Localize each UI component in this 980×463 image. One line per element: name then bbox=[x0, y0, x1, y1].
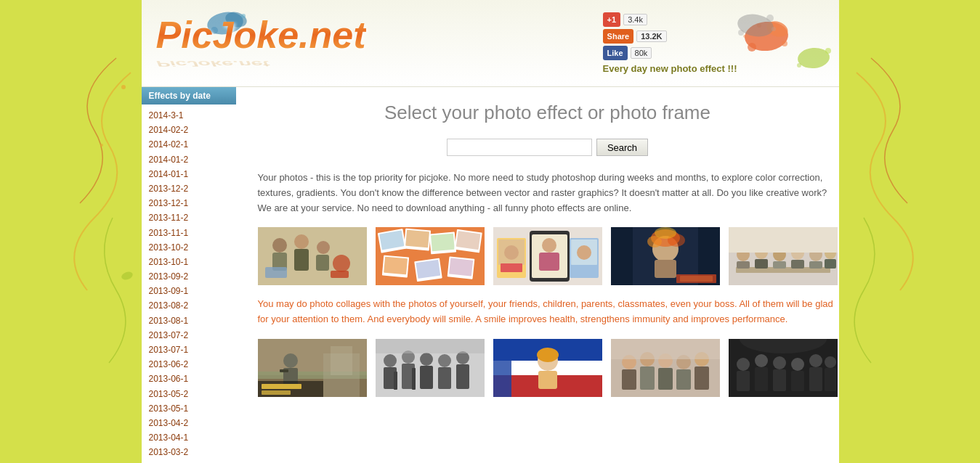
sidebar-link[interactable]: 2013-04-1 bbox=[149, 431, 229, 445]
svg-rect-50 bbox=[539, 253, 559, 271]
svg-rect-109 bbox=[376, 339, 485, 353]
social-buttons: +1 3.4k Share 13.2K Like 80k bbox=[603, 12, 667, 60]
svg-rect-80 bbox=[809, 261, 822, 269]
sidebar-link[interactable]: 2013-05-1 bbox=[149, 402, 229, 416]
sidebar-link[interactable]: 2014-01-2 bbox=[149, 153, 229, 167]
photo-thumb[interactable] bbox=[611, 339, 720, 397]
sidebar-link[interactable]: 2013-09-2 bbox=[149, 270, 229, 284]
svg-rect-108 bbox=[412, 368, 416, 390]
sidebar-link[interactable]: 2013-11-1 bbox=[149, 226, 229, 240]
page-wrapper: PicJoke.net PicJoke.net +1 3.4k Share 13… bbox=[0, 0, 980, 463]
svg-point-24 bbox=[294, 234, 309, 249]
svg-rect-82 bbox=[825, 259, 836, 269]
sidebar-link[interactable]: 2013-10-2 bbox=[149, 241, 229, 255]
gray-splatter bbox=[730, 7, 781, 44]
photo-thumb[interactable] bbox=[493, 227, 602, 285]
svg-rect-91 bbox=[262, 384, 301, 389]
svg-rect-140 bbox=[791, 371, 804, 391]
svg-rect-117 bbox=[538, 371, 557, 389]
sidebar-link[interactable]: 2013-07-2 bbox=[149, 329, 229, 343]
logo-text: PicJoke.net bbox=[156, 16, 366, 54]
svg-rect-37 bbox=[431, 234, 455, 252]
like-count: 80k bbox=[631, 47, 652, 59]
sidebar-link[interactable]: 2013-11-2 bbox=[149, 211, 229, 225]
sidebar-link[interactable]: 2013-06-2 bbox=[149, 358, 229, 372]
svg-rect-130 bbox=[611, 339, 720, 359]
sidebar-link[interactable]: 2014-3-1 bbox=[149, 109, 229, 123]
svg-rect-43 bbox=[416, 260, 440, 279]
sidebar-link[interactable]: 2013-12-2 bbox=[149, 182, 229, 196]
svg-point-141 bbox=[809, 354, 822, 367]
svg-rect-41 bbox=[384, 257, 408, 275]
svg-rect-138 bbox=[773, 369, 786, 391]
photo-thumb[interactable] bbox=[611, 227, 720, 285]
svg-point-133 bbox=[737, 358, 750, 371]
sidebar-link[interactable]: 2014-02-2 bbox=[149, 123, 229, 137]
svg-point-29 bbox=[333, 255, 350, 272]
svg-point-19 bbox=[797, 63, 801, 67]
svg-point-0 bbox=[121, 85, 126, 89]
description-text-2: You may do photo collages with the photo… bbox=[258, 297, 838, 327]
svg-rect-104 bbox=[438, 367, 451, 389]
sidebar-link[interactable]: 2013-05-2 bbox=[149, 388, 229, 401]
share-button[interactable]: Share bbox=[603, 29, 634, 44]
share-count: 13.2K bbox=[636, 30, 666, 42]
svg-point-10 bbox=[782, 41, 787, 46]
photo-thumb[interactable] bbox=[729, 339, 838, 397]
svg-point-15 bbox=[738, 30, 744, 36]
header: PicJoke.net PicJoke.net +1 3.4k Share 13… bbox=[142, 0, 839, 87]
svg-rect-45 bbox=[449, 258, 473, 276]
google-count: 3.4k bbox=[623, 14, 647, 25]
page-title: Select your photo effect or photo frame bbox=[258, 102, 838, 124]
svg-rect-60 bbox=[655, 260, 676, 278]
google-plus-button[interactable]: +1 bbox=[603, 12, 621, 27]
sidebar-link[interactable]: 2014-02-1 bbox=[149, 138, 229, 152]
svg-rect-25 bbox=[294, 249, 309, 271]
svg-point-26 bbox=[317, 241, 330, 254]
photo-thumb[interactable] bbox=[493, 339, 602, 397]
photo-thumb[interactable] bbox=[376, 339, 485, 397]
sidebar-header: Effects by date bbox=[142, 87, 236, 105]
main-content: Select your photo effect or photo frame … bbox=[236, 87, 859, 463]
svg-rect-83 bbox=[729, 227, 838, 253]
photo-grid-row1 bbox=[258, 227, 838, 285]
svg-point-53 bbox=[504, 245, 519, 260]
svg-rect-30 bbox=[331, 271, 349, 278]
svg-point-118 bbox=[537, 348, 559, 362]
like-button[interactable]: Like bbox=[603, 46, 628, 60]
svg-point-16 bbox=[772, 27, 776, 31]
svg-point-9 bbox=[748, 43, 756, 52]
photo-thumb[interactable] bbox=[729, 227, 838, 285]
share-row: Share 13.2K bbox=[603, 29, 667, 44]
sidebar-link[interactable]: 2013-07-1 bbox=[149, 343, 229, 357]
svg-point-97 bbox=[384, 354, 397, 367]
search-input[interactable] bbox=[447, 139, 592, 156]
sidebar-link[interactable]: 2013-10-1 bbox=[149, 255, 229, 269]
svg-point-137 bbox=[773, 356, 786, 369]
sidebar-link[interactable]: 2014-01-1 bbox=[149, 168, 229, 181]
sidebar-link[interactable]: 2013-03-1 bbox=[149, 461, 229, 464]
sidebar-link[interactable]: 2013-03-2 bbox=[149, 446, 229, 459]
svg-point-143 bbox=[825, 356, 836, 368]
sidebar-link[interactable]: 2013-06-1 bbox=[149, 372, 229, 386]
sidebar-link[interactable]: 2013-04-2 bbox=[149, 417, 229, 430]
svg-rect-35 bbox=[405, 230, 429, 248]
svg-rect-92 bbox=[262, 390, 291, 395]
logo-area: PicJoke.net PicJoke.net bbox=[156, 16, 366, 70]
svg-point-64 bbox=[655, 227, 676, 239]
svg-rect-89 bbox=[280, 369, 288, 372]
search-button[interactable]: Search bbox=[596, 139, 648, 156]
sidebar-link[interactable]: 2013-09-1 bbox=[149, 284, 229, 298]
photo-thumb[interactable] bbox=[258, 339, 367, 397]
svg-rect-123 bbox=[640, 366, 655, 390]
photo-thumb[interactable] bbox=[376, 227, 485, 285]
photo-thumb[interactable] bbox=[258, 227, 367, 285]
svg-rect-76 bbox=[773, 261, 786, 269]
sidebar-link[interactable]: 2013-08-2 bbox=[149, 299, 229, 313]
sidebar-link[interactable]: 2013-12-1 bbox=[149, 197, 229, 210]
svg-rect-74 bbox=[755, 259, 768, 269]
sidebar-link[interactable]: 2013-08-1 bbox=[149, 314, 229, 328]
svg-point-2 bbox=[121, 271, 134, 282]
svg-rect-72 bbox=[737, 261, 750, 269]
green-splatter bbox=[792, 44, 835, 73]
